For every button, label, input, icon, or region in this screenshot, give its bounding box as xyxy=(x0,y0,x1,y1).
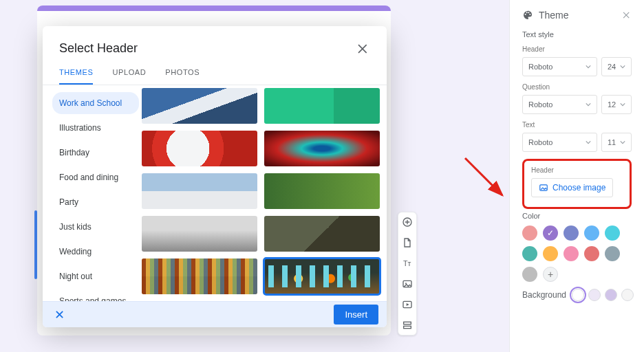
color-swatch[interactable] xyxy=(522,226,537,241)
background-swatch[interactable] xyxy=(605,289,617,301)
category-item[interactable]: Food and dining xyxy=(52,166,139,188)
background-swatch[interactable] xyxy=(572,289,584,301)
insert-button[interactable]: Insert xyxy=(334,305,378,324)
import-icon[interactable] xyxy=(402,237,413,248)
question-font-label: Question xyxy=(522,83,632,91)
select-value: 24 xyxy=(608,63,616,71)
chevron-down-icon xyxy=(586,140,591,145)
image-icon[interactable] xyxy=(402,278,413,289)
annotation-arrow xyxy=(462,155,511,204)
color-swatch[interactable] xyxy=(584,246,599,261)
select-value: Roboto xyxy=(528,100,552,109)
background-swatch[interactable] xyxy=(621,289,634,301)
svg-rect-6 xyxy=(404,326,411,328)
color-swatch[interactable] xyxy=(584,226,599,241)
background-swatch[interactable] xyxy=(588,289,601,301)
sidebar-title: Theme xyxy=(539,10,569,21)
color-swatches: + xyxy=(522,226,632,282)
add-color-swatch[interactable]: + xyxy=(543,267,558,282)
color-swatch[interactable] xyxy=(522,246,537,261)
modal-title: Select Header xyxy=(59,41,138,56)
add-icon[interactable] xyxy=(402,217,413,228)
modal-footer: ✕ Insert xyxy=(43,301,387,327)
category-list: Work and School Illustrations Birthday F… xyxy=(43,85,139,301)
close-icon[interactable] xyxy=(356,42,370,56)
category-item[interactable]: Night out xyxy=(52,265,139,287)
category-item[interactable]: Sports and games xyxy=(52,290,139,301)
category-item[interactable]: Just kids xyxy=(52,216,139,238)
thumbnail-grid xyxy=(139,85,387,301)
background-row: Background xyxy=(522,289,632,301)
header-thumbnail[interactable] xyxy=(142,131,257,166)
color-swatch[interactable] xyxy=(605,226,620,241)
background-label: Background xyxy=(522,290,566,300)
theme-sidebar: Theme Text style Header Roboto 24 Questi… xyxy=(509,0,644,352)
header-image-section: Header Choose image xyxy=(522,159,632,209)
select-value: 11 xyxy=(608,138,616,146)
header-font-select[interactable]: Roboto xyxy=(522,57,597,76)
chevron-down-icon xyxy=(586,102,591,107)
tab-upload[interactable]: UPLOAD xyxy=(112,64,146,85)
choose-image-button[interactable]: Choose image xyxy=(531,178,613,197)
category-item[interactable]: Wedding xyxy=(52,241,139,263)
color-swatch[interactable] xyxy=(522,267,537,282)
category-item[interactable]: Birthday xyxy=(52,142,139,164)
sidebar-header: Theme xyxy=(522,10,632,21)
color-swatch[interactable] xyxy=(543,246,558,261)
cancel-icon[interactable]: ✕ xyxy=(51,307,67,322)
select-value: Roboto xyxy=(528,138,552,146)
tab-photos[interactable]: PHOTOS xyxy=(165,64,200,85)
category-item[interactable]: Party xyxy=(52,191,139,213)
chevron-down-icon xyxy=(620,102,625,107)
svg-rect-5 xyxy=(404,322,411,324)
header-thumbnail-selected[interactable] xyxy=(264,258,380,294)
select-value: 12 xyxy=(608,100,616,109)
category-item[interactable]: Work and School xyxy=(52,92,139,114)
chevron-down-icon xyxy=(586,64,591,69)
form-active-indicator xyxy=(34,210,37,279)
header-font-label: Header xyxy=(522,45,632,53)
modal-body: Work and School Illustrations Birthday F… xyxy=(43,85,387,301)
question-font-select[interactable]: Roboto xyxy=(522,95,597,114)
color-swatch[interactable] xyxy=(564,246,579,261)
header-thumbnail[interactable] xyxy=(264,173,380,209)
color-swatch[interactable] xyxy=(564,226,579,241)
title-icon[interactable]: Tт xyxy=(402,258,413,269)
color-swatch[interactable] xyxy=(543,226,558,241)
modal-header: Select Header xyxy=(43,26,387,64)
text-font-label: Text xyxy=(522,121,632,129)
header-thumbnail[interactable] xyxy=(264,131,380,166)
header-thumbnail[interactable] xyxy=(142,258,257,294)
chevron-down-icon xyxy=(620,140,625,145)
sidebar-close-icon[interactable] xyxy=(622,10,632,20)
header-thumbnail[interactable] xyxy=(264,88,380,124)
image-icon xyxy=(539,183,548,192)
section-icon[interactable] xyxy=(402,320,413,331)
header-thumbnail[interactable] xyxy=(142,216,257,252)
question-toolbox: Tт xyxy=(398,212,417,336)
category-item[interactable]: Illustrations xyxy=(52,117,139,139)
form-accent-bar xyxy=(37,6,391,11)
palette-icon xyxy=(522,10,533,21)
chevron-down-icon xyxy=(620,64,625,69)
color-label: Color xyxy=(522,212,632,220)
select-value: Roboto xyxy=(528,63,552,71)
color-swatch[interactable] xyxy=(605,246,620,261)
modal-tabs: THEMES UPLOAD PHOTOS xyxy=(43,64,387,85)
header-thumbnail[interactable] xyxy=(142,88,257,124)
svg-text:Tт: Tт xyxy=(403,259,411,267)
tab-themes[interactable]: THEMES xyxy=(59,64,93,85)
text-style-label: Text style xyxy=(522,30,632,38)
header-image-label: Header xyxy=(531,166,623,174)
question-size-select[interactable]: 12 xyxy=(601,95,632,114)
select-header-modal: Select Header THEMES UPLOAD PHOTOS Work … xyxy=(43,26,387,327)
video-icon[interactable] xyxy=(402,299,413,310)
choose-image-label: Choose image xyxy=(552,183,605,192)
header-thumbnail[interactable] xyxy=(142,173,257,209)
text-size-select[interactable]: 11 xyxy=(601,133,632,152)
header-size-select[interactable]: 24 xyxy=(601,57,632,76)
header-thumbnail[interactable] xyxy=(264,216,380,252)
text-font-select[interactable]: Roboto xyxy=(522,133,597,152)
